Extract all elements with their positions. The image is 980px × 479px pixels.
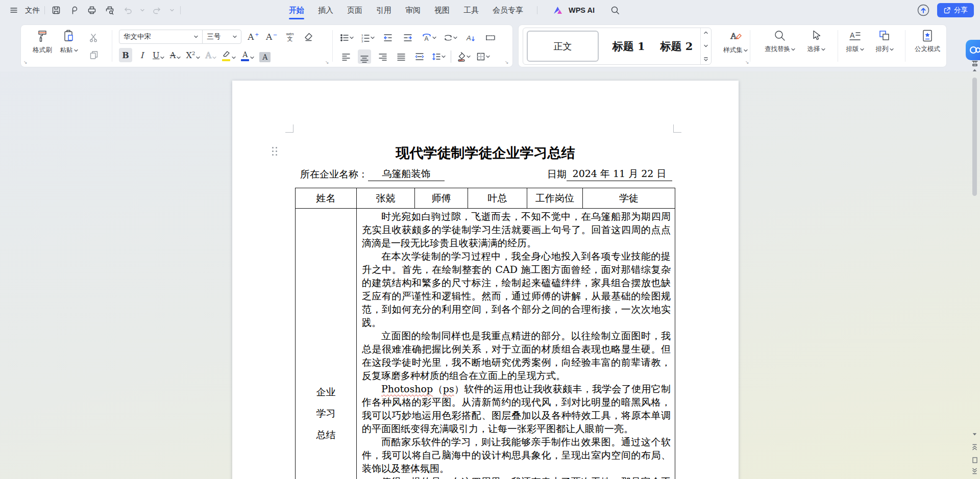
header-mentor-value[interactable]: 叶总	[468, 188, 527, 209]
justify-button[interactable]	[395, 50, 408, 63]
print-preview-button[interactable]	[103, 4, 116, 17]
font-size-select[interactable]: 三号	[202, 30, 241, 43]
previous-page-button[interactable]	[972, 444, 977, 450]
document-page[interactable]: 现代学徒制学徒企业学习总结 所在企业名称： 乌篷船装饰 日期 2024 年 11…	[232, 81, 739, 479]
select-button[interactable]: 选择	[802, 29, 830, 54]
company-name-value[interactable]: 乌篷船装饰	[368, 167, 445, 181]
export-pdf-button[interactable]	[67, 4, 81, 17]
increase-indent-button[interactable]	[401, 31, 414, 44]
decrease-font-button[interactable]: A−	[265, 30, 278, 44]
paragraph[interactable]: 在本次学徒制的学习过程中，我全身心地投入到各项专业技能的提升之中。首先，在绘制整…	[362, 249, 671, 329]
summary-text-cell[interactable]: 时光宛如白驹过隙，飞逝而去，不知不觉中，在乌篷船那为期四周充实且收获颇多的学徒制…	[357, 209, 675, 479]
tab-tools[interactable]: 工具	[463, 0, 479, 20]
paragraph[interactable]: 时光宛如白驹过隙，飞逝而去，不知不觉中，在乌篷船那为期四周充实且收获颇多的学徒制…	[362, 210, 671, 249]
tab-reference[interactable]: 引用	[376, 0, 391, 20]
strikethrough-button[interactable]: A	[168, 48, 182, 62]
header-position[interactable]: 工作岗位	[527, 188, 583, 209]
line-spacing-button[interactable]	[431, 52, 446, 62]
style-normal[interactable]: 正文	[527, 31, 599, 62]
tab-view[interactable]: 视图	[434, 0, 450, 20]
wrap-button[interactable]	[443, 33, 457, 43]
scroll-up-arrow[interactable]	[972, 68, 977, 72]
borders-button[interactable]	[476, 52, 490, 62]
date-value[interactable]: 2024 年 11 月 22 日	[567, 167, 672, 181]
underline-button[interactable]: U	[152, 48, 165, 62]
document-field-row[interactable]: 所在企业名称： 乌篷船装饰 日期 2024 年 11 月 22 日	[300, 167, 672, 181]
arrange-button[interactable]: 排列	[870, 29, 899, 54]
document-title[interactable]: 现代学徒制学徒企业学习总结	[232, 144, 739, 162]
undo-options-button[interactable]	[139, 4, 146, 17]
align-right-button[interactable]	[376, 50, 389, 63]
tab-grid-button[interactable]	[484, 31, 497, 44]
gallery-scroll-down-icon[interactable]	[704, 44, 708, 47]
header-mentor[interactable]: 师傅	[415, 188, 468, 209]
clear-format-button[interactable]	[302, 30, 315, 43]
paragraph[interactable]: 值得一提的是，在这四周里，我还有幸去了两次工地。那是完全不同于绘图时的别样体验，…	[362, 475, 671, 479]
paste-button[interactable]: 粘贴	[57, 29, 81, 55]
bold-button[interactable]: B	[119, 48, 132, 62]
official-document-mode-button[interactable]: 公文模式	[905, 29, 950, 54]
paragraph-dialog-launcher[interactable]: ↘	[505, 60, 509, 65]
redo-button[interactable]	[151, 4, 164, 17]
style-heading-1[interactable]: 标题 1	[605, 28, 653, 64]
font-name-select[interactable]: 华文中宋	[119, 30, 202, 43]
text-direction-button[interactable]: A	[421, 33, 436, 43]
header-name-value[interactable]: 张兢	[357, 188, 415, 209]
format-painter-button[interactable]: 格式刷	[27, 29, 58, 55]
italic-button[interactable]: I	[135, 48, 149, 62]
gallery-more-icon[interactable]	[704, 57, 708, 61]
paragraph[interactable]: 立面图的绘制同样也是我重点精进的部分。以往绘制立面图时，我总是很难准确把握比例关…	[362, 329, 671, 382]
align-left-button[interactable]	[339, 50, 353, 63]
clipboard-dialog-launcher[interactable]: ↘	[23, 60, 28, 65]
ruler-toggle-icon[interactable]	[972, 60, 978, 66]
main-menu-button[interactable]	[7, 4, 20, 17]
tab-membership[interactable]: 会员专享	[493, 0, 523, 20]
cut-button[interactable]	[87, 31, 101, 44]
distribute-button[interactable]	[413, 50, 426, 63]
scrollbar-thumb[interactable]	[972, 78, 977, 196]
shading-button[interactable]	[456, 52, 471, 62]
tab-home[interactable]: 开始	[289, 0, 304, 20]
highlight-color-button[interactable]	[220, 48, 237, 62]
tab-page[interactable]: 页面	[347, 0, 362, 20]
character-shading-button[interactable]: A	[258, 48, 272, 62]
cloud-upload-button[interactable]	[917, 4, 930, 17]
superscript-button[interactable]: X2	[185, 48, 201, 62]
header-name[interactable]: 姓名	[296, 188, 357, 209]
search-button[interactable]	[608, 4, 622, 17]
find-replace-button[interactable]: 查找替换	[758, 29, 802, 54]
vertical-scrollbar[interactable]	[970, 0, 980, 479]
misspelled-word[interactable]: Photoshop	[381, 383, 433, 394]
style-set-button[interactable]: A 样式集	[720, 29, 751, 55]
font-dialog-launcher[interactable]: ↘	[325, 60, 329, 65]
tab-review[interactable]: 审阅	[405, 0, 421, 20]
typeset-button[interactable]: A 排版	[841, 29, 869, 54]
undo-button[interactable]	[121, 4, 134, 17]
pinyin-guide-button[interactable]: wén 文	[283, 30, 297, 44]
save-button[interactable]	[50, 4, 63, 17]
align-center-button[interactable]	[358, 49, 371, 64]
redo-options-button[interactable]	[168, 4, 176, 17]
text-effects-button[interactable]: A	[204, 48, 217, 62]
scroll-down-arrow[interactable]	[972, 433, 977, 436]
gallery-scroll-up-icon[interactable]	[704, 31, 708, 34]
misspelled-word[interactable]: ps	[443, 383, 454, 394]
numbering-button[interactable]: 123	[360, 33, 375, 43]
next-page-button[interactable]	[972, 468, 977, 474]
paragraph[interactable]: 而酷家乐软件的学习，则让我能够亲手制作出效果图。通过这个软件，我可以将自己脑海中…	[362, 435, 671, 475]
bullets-button[interactable]	[339, 33, 354, 43]
paragraph[interactable]: Photoshop（ps）软件的运用也让我收获颇丰，我学会了使用它制作各种风格的…	[362, 382, 671, 435]
styles-dialog-launcher[interactable]: ↘	[745, 60, 749, 65]
share-button[interactable]: 分享	[937, 3, 974, 17]
decrease-indent-button[interactable]	[381, 31, 395, 44]
copy-button[interactable]	[87, 48, 101, 62]
file-menu[interactable]: 文件	[25, 6, 40, 15]
header-position-value[interactable]: 学徒	[583, 188, 675, 209]
tab-insert[interactable]: 插入	[318, 0, 333, 20]
side-label-cell[interactable]: 企业 学习 总结	[296, 209, 357, 479]
select-browse-object-button[interactable]	[972, 457, 977, 463]
style-heading-2[interactable]: 标题 2	[653, 28, 701, 64]
shrink-fit-button[interactable]: A	[464, 31, 477, 44]
summary-table[interactable]: 姓名 张兢 师傅 叶总 工作岗位 学徒 企业 学习 总结 时光宛如白驹过隙，飞逝…	[295, 188, 675, 479]
increase-font-button[interactable]: A+	[247, 30, 260, 44]
